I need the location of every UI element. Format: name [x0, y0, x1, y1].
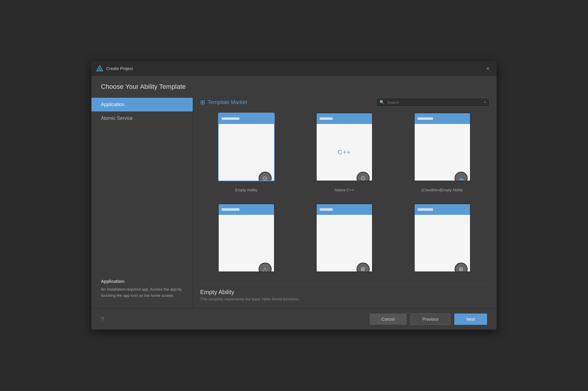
cancel-button[interactable]: Cancel [370, 314, 407, 325]
template-card-image-6: ⊞ [414, 204, 471, 272]
template-card-body-4: △ [219, 215, 274, 271]
template-card-body-6: ⊞ [415, 215, 470, 271]
template-card-header-2 [317, 113, 372, 124]
template-card-image-5: ⊞ [316, 204, 373, 272]
page-title: Choose Your Ability Template [101, 83, 487, 91]
template-card-4[interactable]: △ [200, 204, 292, 284]
template-card-image-3: ☁ [414, 113, 471, 181]
help-icon[interactable]: ? [101, 316, 104, 322]
template-card-6[interactable]: ⊞ [396, 204, 488, 284]
template-badge-5: ⊞ [357, 263, 370, 272]
template-badge-6: ⊞ [455, 263, 468, 272]
close-button[interactable]: × [484, 65, 492, 72]
title-bar: Create Project × [91, 61, 497, 76]
template-card-body-1: ⊙ [219, 124, 274, 181]
template-card-header-3 [415, 113, 470, 124]
create-project-dialog: Create Project × Choose Your Ability Tem… [91, 61, 497, 330]
main-content: ⊞ Template Market 🔍 × [193, 95, 497, 308]
header-bar-2 [320, 117, 333, 120]
template-label-clouddev: [CloudDev]Empty Ability [421, 188, 463, 192]
template-card-body-2: C++ ⊙ [317, 124, 372, 181]
main-toolbar: ⊞ Template Market 🔍 × [200, 98, 489, 107]
template-card-empty-ability[interactable]: ⊙ Empty Ability [200, 113, 292, 198]
header-bar-6 [418, 208, 433, 211]
header-bar-5 [320, 208, 333, 211]
sidebar: Application Atomic Service Application: … [91, 95, 193, 308]
window-title: Create Project [106, 66, 484, 71]
template-card-native-cpp[interactable]: C++ ⊙ Native C++ [298, 113, 390, 198]
previous-button[interactable]: Previous [410, 314, 451, 325]
sidebar-item-atomic-service[interactable]: Atomic Service [91, 111, 193, 125]
footer-buttons: Cancel Previous Next [370, 314, 487, 325]
template-card-header-5 [317, 204, 372, 215]
template-card-5[interactable]: ⊞ [298, 204, 390, 284]
sidebar-item-application[interactable]: Application [91, 98, 193, 111]
header-bar-4 [222, 208, 239, 211]
selected-info: Empty Ability This template implements t… [200, 284, 489, 304]
template-card-clouddev[interactable]: ☁ [CloudDev]Empty Ability [396, 113, 488, 198]
template-market-label: ⊞ Template Market [200, 99, 373, 106]
search-box: 🔍 × [376, 98, 489, 107]
template-card-header-1 [219, 113, 274, 124]
search-input[interactable] [387, 100, 481, 105]
template-card-image-1: ⊙ [218, 113, 275, 181]
template-label-empty-ability: Empty Ability [235, 188, 257, 192]
app-logo [96, 65, 103, 72]
template-card-header-4 [219, 204, 274, 215]
template-card-body-3: ☁ [415, 124, 470, 181]
dialog-header: Choose Your Ability Template [91, 76, 497, 95]
template-badge-4: △ [259, 263, 272, 272]
template-badge-3: ☁ [455, 172, 468, 181]
dialog-body: Application Atomic Service Application: … [91, 95, 497, 308]
template-card-header-6 [415, 204, 470, 215]
selected-template-title: Empty Ability [200, 289, 489, 296]
sidebar-description: Application: An installation-required ap… [91, 271, 193, 306]
template-card-body-5: ⊞ [317, 215, 372, 271]
template-badge-2: ⊙ [357, 172, 370, 181]
header-bar-1 [222, 117, 239, 120]
templates-grid: ⊙ Empty Ability C++ ⊙ [200, 113, 489, 284]
header-bar-3 [418, 117, 433, 120]
dialog-footer: ? Cancel Previous Next [91, 308, 497, 330]
selected-template-description: This template implements the basic Hello… [200, 297, 489, 301]
template-card-image-4: △ [218, 204, 275, 272]
cpp-text: C++ [337, 148, 351, 156]
search-clear-button[interactable]: × [484, 100, 486, 105]
template-label-native-cpp: Native C++ [335, 188, 354, 192]
next-button[interactable]: Next [454, 314, 487, 325]
search-icon: 🔍 [379, 100, 385, 105]
template-card-image-2: C++ ⊙ [316, 113, 373, 181]
template-badge-1: ⊙ [259, 172, 272, 181]
template-market-icon: ⊞ [200, 99, 205, 106]
